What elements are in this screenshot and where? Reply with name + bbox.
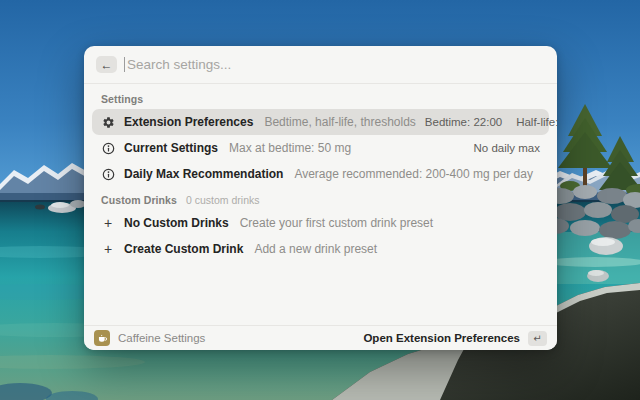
row-subtitle: Average recommended: 200-400 mg per day [294,167,533,181]
desktop-wallpaper: ← Settings Extension Preferences Bedtime… [0,0,640,400]
primary-action-button[interactable]: Open Extension Preferences ↵ [363,331,547,346]
row-subtitle: Bedtime, half-life, thresholds [264,115,415,129]
section-header-custom-drinks: Custom Drinks 0 custom drinks [92,187,549,210]
row-extension-preferences[interactable]: Extension Preferences Bedtime, half-life… [92,109,549,135]
accessory-half-life: Half-life: 5h [516,116,557,128]
search-input[interactable] [127,57,545,72]
accessory-daily-max: No daily max [474,142,540,154]
row-accessories: No daily max [474,142,540,154]
row-subtitle: Add a new drink preset [254,242,377,256]
row-accessories: Bedtime: 22:00 Half-life: 5h [425,116,557,128]
row-current-settings[interactable]: Current Settings Max at bedtime: 50 mg N… [92,135,549,161]
primary-action-label: Open Extension Preferences [363,332,520,344]
row-title: Current Settings [124,141,218,155]
section-header-settings: Settings [92,86,549,109]
info-icon [101,167,115,181]
caffeine-app-icon [94,330,110,346]
row-title: Extension Preferences [124,115,253,129]
row-daily-max-recommendation[interactable]: Daily Max Recommendation Average recomme… [92,161,549,187]
search-bar: ← [84,46,557,84]
row-subtitle: Max at bedtime: 50 mg [229,141,351,155]
row-title: Create Custom Drink [124,242,243,256]
row-subtitle: Create your first custom drink preset [240,216,433,230]
back-button[interactable]: ← [96,56,117,73]
accessory-bedtime: Bedtime: 22:00 [425,116,502,128]
plus-icon: + [101,242,115,256]
section-title: Custom Drinks [101,194,177,206]
app-name-label: Caffeine Settings [118,332,205,344]
gear-icon [101,115,115,129]
section-title: Settings [101,93,143,105]
row-create-custom-drink[interactable]: + Create Custom Drink Add a new drink pr… [92,236,549,262]
row-title: Daily Max Recommendation [124,167,283,181]
enter-key-icon: ↵ [528,331,547,346]
text-caret [124,57,125,72]
row-no-custom-drinks[interactable]: + No Custom Drinks Create your first cus… [92,210,549,236]
action-bar: Caffeine Settings Open Extension Prefere… [84,325,557,350]
info-icon [101,141,115,155]
plus-icon: + [101,216,115,230]
settings-panel: ← Settings Extension Preferences Bedtime… [84,46,557,350]
section-count: 0 custom drinks [186,194,260,206]
results-list: Settings Extension Preferences Bedtime, … [84,84,557,325]
row-title: No Custom Drinks [124,216,229,230]
